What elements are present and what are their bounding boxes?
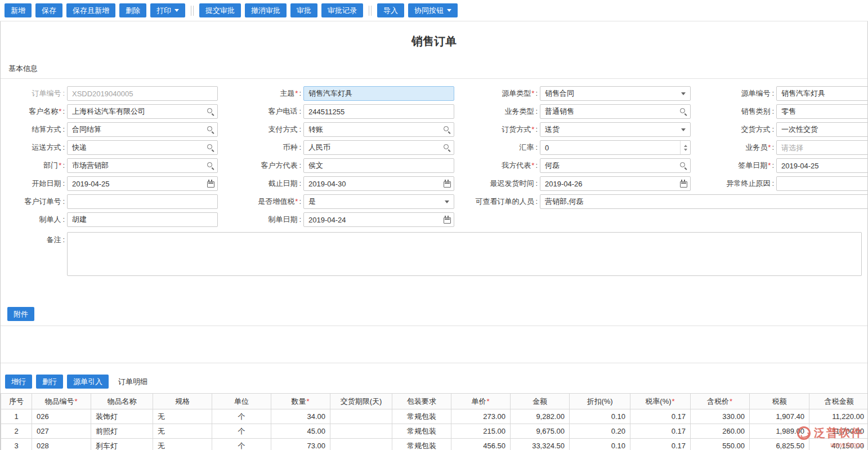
delete-row-button[interactable]: 删行 bbox=[36, 375, 63, 389]
calendar-icon[interactable] bbox=[677, 177, 690, 190]
search-icon[interactable] bbox=[440, 123, 454, 136]
table-cell[interactable]: 456.50 bbox=[451, 439, 511, 450]
source-type-select[interactable] bbox=[540, 86, 691, 101]
table-cell[interactable]: 34.00 bbox=[271, 409, 330, 424]
spinner-icon[interactable] bbox=[680, 141, 690, 154]
table-cell[interactable]: 常规包装 bbox=[392, 409, 451, 424]
sign-date-input[interactable] bbox=[776, 158, 868, 173]
add-row-button[interactable]: 增行 bbox=[5, 375, 32, 389]
table-cell[interactable] bbox=[330, 409, 392, 424]
table-cell[interactable]: 0.10 bbox=[570, 439, 630, 450]
settlement-input[interactable] bbox=[67, 122, 218, 137]
viewers-input[interactable] bbox=[540, 194, 868, 209]
collaboration-button[interactable]: 协同按钮 bbox=[408, 3, 458, 17]
table-cell[interactable]: 1,989.00 bbox=[750, 424, 809, 439]
customer-phone-input[interactable] bbox=[303, 104, 454, 119]
abort-reason-input[interactable] bbox=[776, 176, 868, 191]
delivery-method-input[interactable] bbox=[776, 122, 868, 137]
create-date-input[interactable] bbox=[303, 212, 454, 227]
table-cell[interactable]: 330.00 bbox=[691, 409, 750, 424]
save-and-new-button[interactable]: 保存且新增 bbox=[66, 3, 115, 17]
import-source-button[interactable]: 源单引入 bbox=[67, 375, 109, 389]
table-cell[interactable]: 前照灯 bbox=[91, 424, 153, 439]
table-cell[interactable]: 刹车灯 bbox=[91, 439, 153, 450]
table-cell[interactable] bbox=[330, 439, 392, 450]
table-cell[interactable]: 个 bbox=[212, 424, 271, 439]
print-button[interactable]: 打印 bbox=[150, 3, 185, 17]
department-input[interactable] bbox=[67, 158, 218, 173]
table-cell[interactable]: 40,150.00 bbox=[809, 439, 868, 450]
search-icon[interactable] bbox=[204, 141, 217, 154]
table-row[interactable]: 2027前照灯无个45.00常规包装215.009,675.000.200.17… bbox=[1, 424, 868, 439]
table-cell[interactable]: 常规包装 bbox=[392, 424, 451, 439]
table-cell[interactable]: 0.20 bbox=[570, 424, 630, 439]
our-rep-input[interactable] bbox=[540, 158, 691, 173]
table-cell[interactable]: 73.00 bbox=[271, 439, 330, 450]
table-cell[interactable]: 9,282.00 bbox=[511, 409, 570, 424]
save-button[interactable]: 保存 bbox=[35, 3, 62, 17]
submit-approval-button[interactable]: 提交审批 bbox=[199, 3, 241, 17]
table-cell[interactable] bbox=[330, 424, 392, 439]
search-icon[interactable] bbox=[204, 123, 217, 136]
import-button[interactable]: 导入 bbox=[377, 3, 404, 17]
order-method-select[interactable] bbox=[540, 122, 691, 137]
table-cell[interactable]: 11,700.00 bbox=[809, 424, 868, 439]
delete-button[interactable]: 删除 bbox=[119, 3, 146, 17]
remark-textarea[interactable] bbox=[67, 232, 862, 276]
creator-input[interactable] bbox=[67, 212, 218, 227]
table-cell[interactable]: 0.17 bbox=[630, 439, 691, 450]
chevron-down-icon[interactable] bbox=[440, 195, 454, 208]
business-type-input[interactable] bbox=[540, 104, 691, 119]
sales-category-input[interactable] bbox=[776, 104, 868, 119]
end-date-input[interactable] bbox=[303, 176, 454, 191]
table-cell[interactable]: 028 bbox=[32, 439, 91, 450]
table-cell[interactable]: 6,825.50 bbox=[750, 439, 809, 450]
table-cell[interactable]: 无 bbox=[153, 409, 212, 424]
table-cell[interactable]: 33,324.50 bbox=[511, 439, 570, 450]
search-icon[interactable] bbox=[440, 141, 454, 154]
table-cell[interactable]: 1,907.40 bbox=[750, 409, 809, 424]
table-cell[interactable]: 常规包装 bbox=[392, 439, 451, 450]
table-cell[interactable]: 550.00 bbox=[691, 439, 750, 450]
calendar-icon[interactable] bbox=[204, 177, 217, 190]
chevron-down-icon[interactable] bbox=[677, 87, 690, 100]
table-cell[interactable]: 0.17 bbox=[630, 424, 691, 439]
table-cell[interactable]: 装饰灯 bbox=[91, 409, 153, 424]
transport-input[interactable] bbox=[67, 140, 218, 155]
calendar-icon[interactable] bbox=[440, 213, 454, 226]
table-cell[interactable]: 215.00 bbox=[451, 424, 511, 439]
table-cell[interactable]: 260.00 bbox=[691, 424, 750, 439]
table-cell[interactable]: 026 bbox=[32, 409, 91, 424]
chevron-down-icon[interactable] bbox=[677, 123, 690, 136]
latest-ship-date-input[interactable] bbox=[540, 176, 691, 191]
table-cell[interactable]: 45.00 bbox=[271, 424, 330, 439]
table-cell[interactable]: 0.10 bbox=[570, 409, 630, 424]
table-cell[interactable]: 0.17 bbox=[630, 409, 691, 424]
table-row[interactable]: 3028刹车灯无个73.00常规包装456.5033,324.500.100.1… bbox=[1, 439, 868, 450]
table-cell[interactable]: 027 bbox=[32, 424, 91, 439]
table-cell[interactable]: 273.00 bbox=[451, 409, 511, 424]
table-cell[interactable]: 无 bbox=[153, 439, 212, 450]
table-cell[interactable]: 个 bbox=[212, 439, 271, 450]
vat-select[interactable] bbox=[303, 194, 454, 209]
attachments-button[interactable]: 附件 bbox=[7, 307, 34, 321]
approve-button[interactable]: 审批 bbox=[290, 3, 317, 17]
search-icon[interactable] bbox=[204, 105, 217, 118]
table-cell[interactable]: 无 bbox=[153, 424, 212, 439]
customer-rep-input[interactable] bbox=[303, 158, 454, 173]
search-icon[interactable] bbox=[677, 159, 690, 172]
search-icon[interactable] bbox=[204, 159, 217, 172]
subject-input[interactable] bbox=[303, 86, 454, 101]
cancel-approval-button[interactable]: 撤消审批 bbox=[245, 3, 287, 17]
calendar-icon[interactable] bbox=[440, 177, 454, 190]
search-icon[interactable] bbox=[677, 105, 690, 118]
table-cell[interactable]: 11,220.00 bbox=[809, 409, 868, 424]
table-cell[interactable]: 9,675.00 bbox=[511, 424, 570, 439]
new-button[interactable]: 新增 bbox=[5, 3, 32, 17]
customer-order-no-input[interactable] bbox=[67, 194, 218, 209]
source-no-input[interactable] bbox=[776, 86, 868, 101]
payment-input[interactable] bbox=[303, 122, 454, 137]
currency-input[interactable] bbox=[303, 140, 454, 155]
salesman-input[interactable] bbox=[776, 140, 868, 155]
table-cell[interactable]: 个 bbox=[212, 409, 271, 424]
